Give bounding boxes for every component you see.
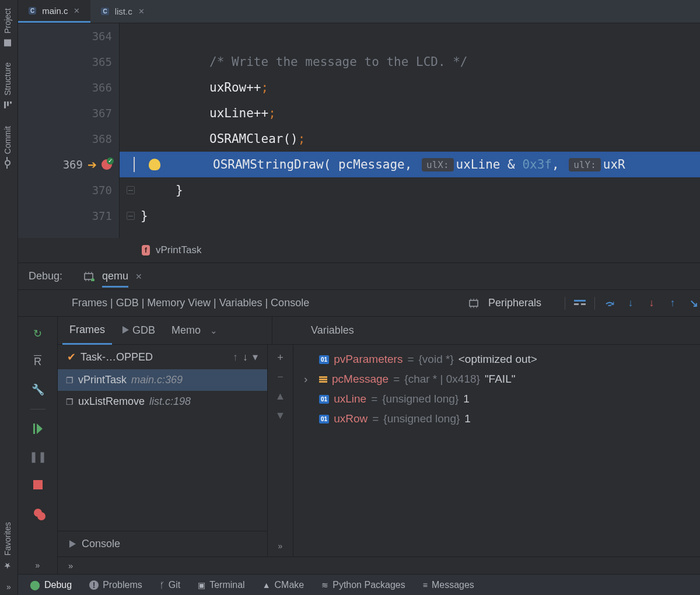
sb-terminal[interactable]: ▣Terminal xyxy=(190,580,253,590)
tab-memory[interactable]: Memo xyxy=(164,317,208,344)
tab-list-c[interactable]: C list.c ✕ xyxy=(90,0,155,23)
svg-rect-19 xyxy=(574,303,579,305)
editor-content[interactable]: /* Write the message to the LCD. */ uxRo… xyxy=(120,23,700,238)
close-config-icon[interactable]: ✕ xyxy=(135,272,142,281)
chevron-down-icon[interactable]: ⌄ xyxy=(210,326,218,336)
play-icon xyxy=(68,540,76,548)
close-icon[interactable]: ✕ xyxy=(74,6,80,15)
caret xyxy=(134,157,135,172)
step-into-icon[interactable]: ↓ xyxy=(624,297,637,310)
breadcrumb: f vPrintTask xyxy=(18,238,700,262)
rerun-icon[interactable]: ↻ xyxy=(29,325,47,342)
expand-icon[interactable]: » xyxy=(29,556,47,574)
prev-frame-icon[interactable]: ↑ xyxy=(233,351,238,363)
lightbulb-icon[interactable] xyxy=(149,159,160,170)
svg-rect-1 xyxy=(7,102,9,106)
editor-tabs: C main.c ✕ C list.c ✕ xyxy=(18,0,700,23)
remove-watch-icon[interactable]: − xyxy=(277,371,284,383)
sb-python-packages[interactable]: ≋Python Packages xyxy=(313,580,414,590)
primitive-icon: 01 xyxy=(319,355,329,364)
thread-selector[interactable]: ✔ Task-…OPPED ↑ ↓ ▾ xyxy=(58,345,267,369)
fold-icon[interactable]: — xyxy=(127,212,135,220)
warning-icon: ! xyxy=(89,580,99,590)
resume-icon[interactable] xyxy=(29,420,47,438)
sidebar-favorites[interactable]: ★ Favorites xyxy=(0,514,18,579)
move-up-icon[interactable]: ▲ xyxy=(275,390,286,402)
pause-icon[interactable]: ❚❚ xyxy=(29,448,47,466)
gutter: 364 365 366 367 368 369 ➔ 370 371 xyxy=(18,23,120,238)
sidebar-structure[interactable]: Structure xyxy=(0,54,18,118)
expand-icon[interactable]: › xyxy=(304,373,314,386)
expand-bottom[interactable]: » xyxy=(58,556,700,574)
variables-panel: 01 pvParameters = {void *} <optimized ou… xyxy=(293,345,700,556)
chip-icon xyxy=(467,299,480,308)
debug-config-name[interactable]: qemu xyxy=(102,265,128,288)
step-over-icon[interactable]: ⤼ xyxy=(603,297,616,310)
chip-icon xyxy=(82,272,95,281)
debug-actions-toolbar: ↻ R 🔧 ❚❚ » xyxy=(18,317,58,574)
next-frame-icon[interactable]: ↓ xyxy=(243,351,248,363)
close-icon[interactable]: ✕ xyxy=(138,7,145,16)
primitive-icon: 01 xyxy=(319,415,329,424)
branch-icon: ᚶ xyxy=(160,580,164,590)
function-icon: f xyxy=(142,245,150,256)
peripherals-button[interactable]: Peripherals xyxy=(488,297,541,309)
expand-vars-icon[interactable]: » xyxy=(278,541,283,556)
variable-row[interactable]: 01 uxLine = {unsigned long} 1 xyxy=(293,389,700,409)
execution-pointer-icon: ➔ xyxy=(88,158,97,172)
sb-cmake[interactable]: ▲CMake xyxy=(254,580,313,590)
svg-point-10 xyxy=(91,278,94,281)
step-into-my-icon[interactable]: ↓ xyxy=(645,297,658,310)
sidebar-commit[interactable]: Commit xyxy=(0,118,18,174)
breadcrumb-function[interactable]: vPrintTask xyxy=(156,244,201,256)
primitive-icon: 01 xyxy=(319,395,329,404)
console-tab-bottom[interactable]: Console xyxy=(58,531,267,556)
svg-rect-11 xyxy=(470,300,478,306)
svg-marker-22 xyxy=(37,424,43,434)
variable-row[interactable]: › pcMessage = {char * | 0x418} "FAIL" xyxy=(293,369,700,389)
tab-gdb[interactable]: GDB xyxy=(114,317,162,344)
bug-icon: ⬤ xyxy=(30,579,40,590)
settings-icon[interactable]: 🔧 xyxy=(29,381,47,398)
add-watch-icon[interactable]: + xyxy=(277,352,284,364)
sidebar-project[interactable]: Project xyxy=(0,0,18,54)
param-hint: ulY: xyxy=(569,158,601,172)
c-file-icon: C xyxy=(29,7,36,15)
thread-dropdown-icon[interactable]: ▾ xyxy=(253,351,258,363)
layout-icon[interactable] xyxy=(573,297,586,310)
sb-problems[interactable]: !Problems xyxy=(81,580,150,590)
breakpoints-icon[interactable] xyxy=(29,504,47,522)
sb-debug[interactable]: ⬤Debug xyxy=(22,579,80,590)
stack-frame[interactable]: ❐ vPrintTask main.c:369 xyxy=(58,369,267,391)
run-to-cursor-icon[interactable]: ↘ xyxy=(687,297,700,310)
tab-main-c[interactable]: C main.c ✕ xyxy=(18,0,90,23)
object-icon xyxy=(319,376,327,383)
move-down-icon[interactable]: ▼ xyxy=(275,410,286,422)
variable-row[interactable]: 01 pvParameters = {void *} <optimized ou… xyxy=(293,349,700,369)
svg-rect-3 xyxy=(85,274,93,279)
svg-rect-18 xyxy=(574,300,586,302)
step-out-icon[interactable]: ↑ xyxy=(666,297,679,310)
param-hint: ulX: xyxy=(422,158,454,172)
svg-rect-20 xyxy=(581,303,586,305)
layout-description: Frames | GDB | Memory View | Variables |… xyxy=(72,297,309,309)
sb-messages[interactable]: ≡Messages xyxy=(415,580,482,590)
frames-panel: ✔ Task-…OPPED ↑ ↓ ▾ ❐ vPrintTask main.c:… xyxy=(58,345,268,556)
reset-icon[interactable]: R xyxy=(29,353,47,370)
fold-icon[interactable]: — xyxy=(127,186,135,194)
breakpoint-icon[interactable] xyxy=(102,159,112,170)
stack-frame[interactable]: ❐ uxListRemove list.c:198 xyxy=(58,391,267,412)
tab-frames[interactable]: Frames xyxy=(62,317,112,345)
variable-row[interactable]: 01 uxRow = {unsigned long} 1 xyxy=(293,409,700,429)
debug-tool-window-header: Debug: qemu ✕ xyxy=(18,262,700,289)
editor[interactable]: 364 365 366 367 368 369 ➔ 370 371 /* Wri… xyxy=(18,23,700,238)
sidebar-expand[interactable]: » xyxy=(0,579,18,595)
check-icon: ✔ xyxy=(67,351,76,363)
debug-body: ↻ R 🔧 ❚❚ » Frames GDB Memo ⌄ Variables xyxy=(18,316,700,574)
left-toolbar: Project Structure Commit ★ Favorites » xyxy=(0,0,18,595)
stop-icon[interactable] xyxy=(29,476,47,494)
sb-git[interactable]: ᚶGit xyxy=(152,580,188,590)
terminal-icon: ▣ xyxy=(198,580,205,590)
c-file-icon: C xyxy=(101,8,108,15)
variables-header: Variables xyxy=(304,317,361,344)
